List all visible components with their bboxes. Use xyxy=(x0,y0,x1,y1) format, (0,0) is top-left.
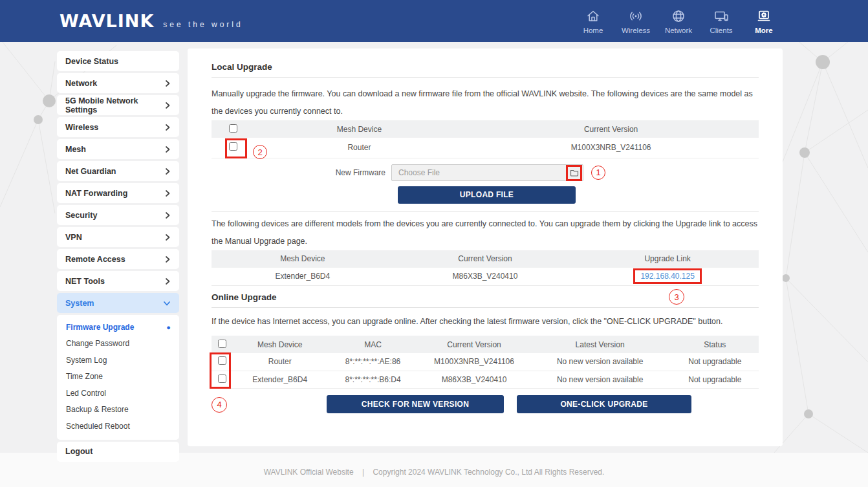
footer: WAVLINK Official Website | Copyright 202… xyxy=(0,468,868,477)
online-upgrade-table: Mesh Device MAC Current Version Latest V… xyxy=(212,336,759,389)
upgrade-link-table: Mesh Device Current Version Upgrade Link… xyxy=(212,250,759,287)
annotation-number-4: 4 xyxy=(212,397,227,413)
different-models-note: The following devices are different mode… xyxy=(212,215,759,250)
select-all-checkbox[interactable] xyxy=(229,124,237,133)
sidebar-item-label: VPN xyxy=(65,233,82,242)
row-checkbox-cell xyxy=(212,138,255,158)
sidebar-item-nat-forwarding[interactable]: NAT Forwarding xyxy=(57,183,179,203)
nav-label-more: More xyxy=(755,27,772,34)
sidebar-item-net-tools[interactable]: NET Tools xyxy=(57,271,179,291)
submenu-item-label: Scheduled Reboot xyxy=(66,422,130,431)
sidebar-item-logout[interactable]: Logout xyxy=(57,442,179,462)
nav-label-wireless: Wireless xyxy=(622,27,650,34)
sidebar-item-device-status[interactable]: Device Status xyxy=(57,51,179,71)
cell-version: M86X3B_V240410 xyxy=(394,268,577,286)
row-checkbox-cell xyxy=(212,371,233,388)
browse-file-button[interactable] xyxy=(570,169,579,177)
local-upgrade-table: Mesh Device Current Version Router M100X… xyxy=(212,120,759,158)
sidebar-item-mesh[interactable]: Mesh xyxy=(57,139,179,159)
nav-item-clients[interactable]: Clients xyxy=(706,8,736,34)
more-icon xyxy=(756,8,772,25)
upgrade-link[interactable]: 192.168.40.125 xyxy=(640,272,694,281)
select-all-checkbox[interactable] xyxy=(218,340,226,348)
new-firmware-label: New Firmware xyxy=(212,168,391,177)
col-header-latest-version: Latest Version xyxy=(529,336,671,353)
check-new-version-button[interactable]: CHECK FOR NEW VERSION xyxy=(327,395,504,413)
top-navbar: WAVLINK see the world Home Wireless Netw… xyxy=(0,0,868,42)
one-click-upgrade-button[interactable]: ONE-CLICK UPGRADE xyxy=(517,395,691,413)
nav-item-more[interactable]: More xyxy=(749,8,779,34)
new-firmware-row: New Firmware Choose File 1 xyxy=(212,164,759,181)
submenu-item-backup-restore[interactable]: Backup & Restore xyxy=(57,402,179,418)
col-header-current-version: Current Version xyxy=(463,120,759,138)
cell-current-version: M86X3B_V240410 xyxy=(419,371,528,388)
sidebar-item-net-guardian[interactable]: Net Guardian xyxy=(57,161,179,181)
table-header-row: Mesh Device MAC Current Version Latest V… xyxy=(212,336,759,353)
footer-website-link[interactable]: WAVLINK Official Website xyxy=(264,468,354,477)
submenu-item-label: Firmware Upgrade xyxy=(66,323,134,332)
col-header-status: Status xyxy=(671,336,759,353)
firmware-upgrade-panel: Local Upgrade Manually upgrade the firmw… xyxy=(188,49,783,446)
submenu-item-led-control[interactable]: Led Control xyxy=(57,385,179,402)
divider xyxy=(212,77,759,78)
nav-item-wireless[interactable]: Wireless xyxy=(621,8,651,34)
chevron-right-icon xyxy=(164,102,171,109)
table-row-extender: Extender_B6D4 8*:**:**:**:B6:D4 M86X3B_V… xyxy=(212,371,759,388)
cell-latest-version: No new version available xyxy=(529,353,671,371)
extender-checkbox[interactable] xyxy=(218,374,226,383)
submenu-item-label: System Log xyxy=(66,356,107,365)
sidebar-item-vpn[interactable]: VPN xyxy=(57,227,179,247)
sidebar-item-remote-access[interactable]: Remote Access xyxy=(57,249,179,269)
nav-label-home: Home xyxy=(583,27,603,34)
submenu-item-time-zone[interactable]: Time Zone xyxy=(57,369,179,385)
submenu-item-firmware-upgrade[interactable]: Firmware Upgrade ● xyxy=(57,319,179,336)
annotation-box-1 xyxy=(566,165,582,181)
cell-version: M100X3NRB_V241106 xyxy=(463,138,759,158)
active-dot: ● xyxy=(166,323,171,331)
nav-item-home[interactable]: Home xyxy=(578,8,608,34)
sidebar-item-label: Logout xyxy=(65,447,92,456)
submenu-item-change-password[interactable]: Change Password xyxy=(57,336,179,352)
upload-row: UPLOAD FILE xyxy=(212,186,759,204)
col-header-mesh-device: Mesh Device xyxy=(233,336,327,353)
footer-copyright: Copyright 2024 WAVLINK Technology Co., L… xyxy=(373,468,604,477)
clients-icon xyxy=(713,8,730,25)
cell-device: Extender_B6D4 xyxy=(233,371,327,388)
nav-item-network[interactable]: Network xyxy=(664,8,693,34)
online-upgrade-actions: 4 CHECK FOR NEW VERSION ONE-CLICK UPGRAD… xyxy=(212,395,759,413)
local-upgrade-description: Manually upgrade the firmware. You can d… xyxy=(212,85,759,120)
submenu-item-label: Time Zone xyxy=(66,372,103,381)
upload-file-button[interactable]: UPLOAD FILE xyxy=(398,186,576,204)
router-checkbox[interactable] xyxy=(218,356,226,365)
home-icon xyxy=(585,8,601,25)
table-header-row: Mesh Device Current Version xyxy=(212,120,759,138)
local-upgrade-title: Local Upgrade xyxy=(212,62,759,72)
upgrade-link-table-wrap: Mesh Device Current Version Upgrade Link… xyxy=(212,250,759,287)
cell-current-version: M100X3NRB_V241106 xyxy=(419,353,528,371)
sidebar-item-system[interactable]: System xyxy=(57,293,179,313)
col-header-current-version: Current Version xyxy=(394,250,577,268)
router-checkbox[interactable] xyxy=(229,142,237,151)
chevron-right-icon xyxy=(164,277,171,285)
local-upgrade-table-wrap: Mesh Device Current Version Router M100X… xyxy=(212,120,759,158)
sidebar-item-5g-mobile-network-settings[interactable]: 5G Mobile Network Settings xyxy=(57,95,179,115)
annotation-box-3: 192.168.40.125 xyxy=(633,268,701,284)
sidebar-item-wireless[interactable]: Wireless xyxy=(57,117,179,137)
row-checkbox-cell xyxy=(212,353,233,371)
firmware-file-input[interactable]: Choose File xyxy=(391,164,583,181)
submenu-item-label: Change Password xyxy=(66,339,129,348)
navbar-menu: Home Wireless Network Clients More xyxy=(578,8,779,34)
chevron-down-icon xyxy=(163,300,171,307)
sidebar-item-security[interactable]: Security xyxy=(57,205,179,225)
wavlink-logo: WAVLINK see the world xyxy=(60,11,243,31)
submenu-item-system-log[interactable]: System Log xyxy=(57,352,179,369)
table-header-row: Mesh Device Current Version Upgrade Link xyxy=(212,250,759,268)
sidebar-item-network[interactable]: Network xyxy=(57,73,179,93)
online-upgrade-table-wrap: Mesh Device MAC Current Version Latest V… xyxy=(212,336,759,389)
sidebar-item-label: Remote Access xyxy=(65,255,125,264)
table-row-extender: Extender_B6D4 M86X3B_V240410 192.168.40.… xyxy=(212,268,759,286)
submenu-item-scheduled-reboot[interactable]: Scheduled Reboot xyxy=(57,418,179,435)
sidebar-item-label: NET Tools xyxy=(65,277,105,286)
select-all-header-cell xyxy=(212,336,233,353)
select-all-header-cell xyxy=(212,120,255,138)
